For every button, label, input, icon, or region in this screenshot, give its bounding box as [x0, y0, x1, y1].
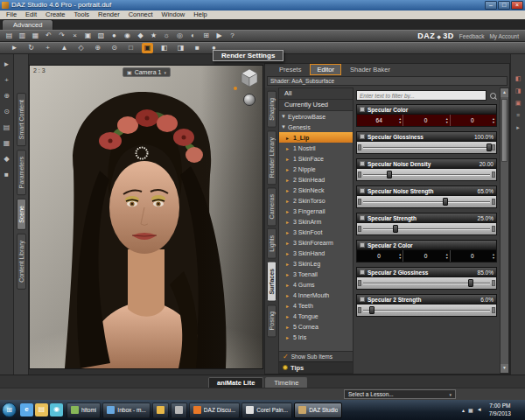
- my-account-link[interactable]: My Account: [489, 33, 519, 39]
- expander-icon[interactable]: ▸: [286, 156, 291, 162]
- paste-icon[interactable]: ▧: [95, 31, 107, 41]
- tab-presets[interactable]: Presets: [272, 64, 308, 75]
- property-slider[interactable]: [356, 142, 497, 154]
- expander-icon[interactable]: ▸: [286, 145, 291, 151]
- surface-item-3-fingernail[interactable]: ▸3 Fingernail: [279, 206, 353, 216]
- surface-item-3-toenail[interactable]: ▸3 Toenail: [279, 269, 353, 279]
- color-swatch-bar[interactable]: 64▴▾0▴▾0▴▾: [356, 115, 497, 127]
- menu-file[interactable]: File: [2, 10, 21, 19]
- menu-help[interactable]: Help: [189, 10, 211, 19]
- expander-icon[interactable]: ▸: [286, 250, 291, 256]
- color-swatch-bar[interactable]: 0▴▾0▴▾0▴▾: [356, 250, 497, 262]
- explorer-icon[interactable]: ▤: [35, 403, 48, 416]
- color-channel[interactable]: 0▴▾: [357, 250, 403, 262]
- property-slider[interactable]: [356, 169, 497, 181]
- taskbar-clock[interactable]: 7:00 PM 7/9/2013: [486, 402, 514, 417]
- expander-icon[interactable]: ▸: [286, 198, 291, 204]
- properties-scrollbar[interactable]: ▲ ▼: [500, 88, 509, 374]
- expander-icon[interactable]: ▸: [286, 303, 291, 309]
- viewport[interactable]: 2 : 3 ▣ Camera 1 ▾: [29, 65, 263, 369]
- spinner-down-icon[interactable]: ▾: [493, 256, 494, 260]
- pose-icon[interactable]: ★: [148, 31, 159, 41]
- surface-item-2-nipple[interactable]: ▸2 Nipple: [279, 164, 353, 174]
- surface-item-3-skinarm[interactable]: ▸3 SkinArm: [279, 216, 353, 227]
- surface-item-1-lip[interactable]: ▸1_Lip: [279, 132, 353, 143]
- slider-right-end[interactable]: [492, 307, 495, 313]
- taskbar-button-app[interactable]: [152, 402, 169, 418]
- menu-window[interactable]: Window: [158, 10, 190, 19]
- property-header[interactable]: Specular Color: [356, 104, 497, 115]
- side-tab-cameras[interactable]: Cameras: [267, 187, 276, 226]
- surface-item-3-skinhand[interactable]: ▸3 SkinHand: [279, 248, 353, 258]
- new-scene-icon[interactable]: ▤: [4, 31, 15, 41]
- spinner-arrows-icon[interactable]: ▴▾: [493, 117, 494, 123]
- active-pose-tool-icon[interactable]: ◇: [75, 43, 87, 53]
- slider-left-end[interactable]: [358, 280, 361, 286]
- property-header[interactable]: Specular Noise Strength65.0%: [356, 186, 497, 196]
- dock-tab-scene[interactable]: Scene: [17, 199, 26, 230]
- hair-icon[interactable]: ◉: [122, 31, 133, 41]
- slider-knob[interactable]: [486, 144, 492, 151]
- tab-advanced[interactable]: Advanced: [2, 19, 53, 30]
- search-icon[interactable]: [489, 92, 497, 100]
- camera-icon[interactable]: ◎: [174, 31, 186, 41]
- frame-icon[interactable]: ⊞: [200, 31, 212, 41]
- render-icon[interactable]: ◆: [4, 156, 9, 163]
- slider-knob[interactable]: [369, 306, 374, 314]
- figure-icon[interactable]: ●: [108, 31, 120, 41]
- camera-selector[interactable]: ▣ Camera 1 ▾: [122, 67, 171, 77]
- dock-tab-content-library[interactable]: Content Library: [17, 234, 26, 290]
- slider-knob[interactable]: [443, 198, 448, 206]
- help-icon[interactable]: ?: [227, 31, 238, 41]
- lesson-dropdown[interactable]: Select a Lesson... ▾: [344, 389, 456, 399]
- property-slider[interactable]: [356, 223, 497, 235]
- spinner-down-icon[interactable]: ▾: [446, 256, 448, 260]
- spinner-down-icon[interactable]: ▾: [493, 121, 494, 124]
- slider-left-end[interactable]: [358, 307, 361, 313]
- surface-item-3-skinleg[interactable]: ▸3 SkinLeg: [279, 258, 353, 269]
- surface-item-3-skinforearm[interactable]: ▸3 SkinForearm: [279, 237, 353, 248]
- color-channel[interactable]: 0▴▾: [451, 250, 496, 262]
- scroll-up-icon[interactable]: ▲: [500, 88, 508, 97]
- cut-icon[interactable]: ×: [69, 31, 80, 41]
- side-tab-shaping[interactable]: Shaping: [267, 91, 276, 128]
- surface-item-4-tongue[interactable]: ▸4 Tongue: [279, 311, 353, 321]
- filter-currently-used[interactable]: Currently Used: [279, 100, 353, 111]
- menu-create[interactable]: Create: [41, 10, 70, 19]
- property-slider[interactable]: [356, 196, 497, 208]
- menu-connect[interactable]: Connect: [124, 10, 158, 19]
- network-icon[interactable]: ▦: [468, 407, 473, 413]
- expander-icon[interactable]: ▸: [286, 166, 291, 172]
- settings-icon[interactable]: ■: [4, 172, 9, 178]
- menu-tools[interactable]: Tools: [70, 10, 94, 19]
- pointer-tool-icon[interactable]: ►: [4, 61, 10, 68]
- expander-icon[interactable]: ▸: [286, 261, 291, 267]
- pan-tool-icon[interactable]: +: [4, 77, 9, 84]
- expander-icon[interactable]: ▸: [286, 324, 291, 330]
- spinner-arrows-icon[interactable]: ▴▾: [446, 253, 448, 259]
- filter-all[interactable]: All: [279, 88, 353, 100]
- show-sub-items-checkbox[interactable]: ✓ Show Sub Items: [279, 351, 353, 361]
- property-header[interactable]: Specular Strength25.0%: [356, 213, 497, 223]
- spinner-down-icon[interactable]: ▾: [446, 121, 448, 124]
- copy-icon[interactable]: ▣: [82, 31, 94, 41]
- expander-icon[interactable]: ▸: [286, 219, 291, 225]
- expander-icon[interactable]: ▸: [286, 135, 291, 141]
- surface-item-2-skinhead[interactable]: ▸2 SkinHead: [279, 174, 353, 185]
- menu-edit[interactable]: Edit: [21, 10, 41, 19]
- slider-left-end[interactable]: [358, 199, 361, 205]
- taskbar-button-hitomi[interactable]: hitomi: [66, 402, 101, 418]
- pane-collapse-icon[interactable]: ▸: [516, 124, 520, 130]
- color-channel[interactable]: 0▴▾: [451, 115, 496, 126]
- primitive-tool-icon[interactable]: ■: [192, 43, 203, 53]
- dock-pane-icon-2[interactable]: ◨: [515, 88, 522, 94]
- side-tab-lights[interactable]: Lights: [267, 228, 276, 259]
- surface-group-eyebrowbase[interactable]: ▼EyebrowBase: [279, 111, 353, 122]
- slider-knob[interactable]: [393, 225, 398, 233]
- undo-icon[interactable]: ↶: [43, 31, 54, 41]
- surface-group-genesis[interactable]: ▼Genesis: [279, 122, 353, 132]
- translate-tool-icon[interactable]: +: [42, 43, 53, 53]
- surface-item-4-gums[interactable]: ▸4 Gums: [279, 279, 353, 290]
- expander-icon[interactable]: ▸: [286, 187, 291, 193]
- side-tab-posing[interactable]: Posing: [267, 304, 276, 337]
